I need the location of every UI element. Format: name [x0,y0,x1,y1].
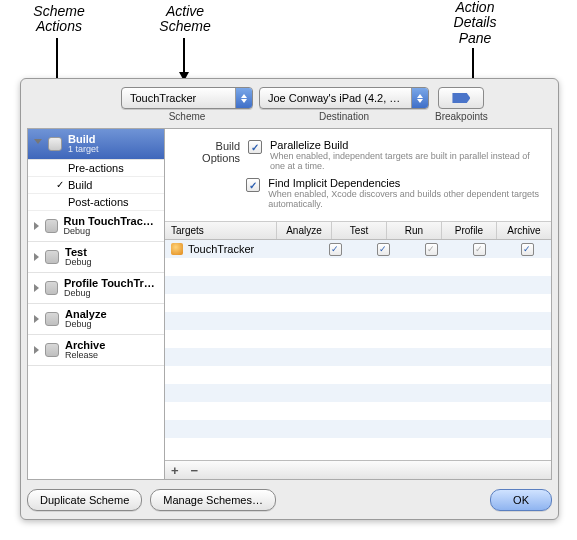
callout-scheme-actions: Scheme Actions [24,4,94,35]
destination-popup-label: Joe Conway's iPad (4.2, over… [260,92,411,104]
scheme-caption: Scheme [169,111,206,122]
app-target-icon [171,243,183,255]
subaction-pre[interactable]: Pre-actions [28,160,164,177]
breakpoints-toggle[interactable] [438,87,484,109]
arrow-active-scheme [183,38,185,80]
archive-icon [45,343,59,357]
duplicate-scheme-button[interactable]: Duplicate Scheme [27,489,142,511]
destination-popup[interactable]: Joe Conway's iPad (4.2, over… [259,87,429,109]
subaction-post[interactable]: Post-actions [28,194,164,211]
col-targets[interactable]: Targets [165,222,277,239]
col-test[interactable]: Test [332,222,387,239]
disclosure-triangle-icon[interactable] [34,346,39,354]
parallelize-desc: When enabled, independent targets are bu… [270,151,541,171]
table-row[interactable]: TouchTracker ✓ ✓ ✓ ✓ ✓ [165,240,551,258]
disclosure-triangle-icon[interactable] [34,284,39,292]
build-icon [48,137,62,151]
action-run[interactable]: Run TouchTracker…Debug [28,211,164,242]
disclosure-triangle-icon[interactable] [34,253,39,261]
targets-table-body: TouchTracker ✓ ✓ ✓ ✓ ✓ [165,240,551,460]
analyze-icon [45,312,59,326]
scheme-actions-sidebar: Build1 target Pre-actions ✓Build Post-ac… [27,128,164,480]
test-icon [45,250,59,264]
analyze-checkbox[interactable]: ✓ [329,243,342,256]
manage-schemes-button[interactable]: Manage Schemes… [150,489,276,511]
action-details-pane: Build Options Parallelize Build When ena… [164,128,552,480]
destination-caption: Destination [319,111,369,122]
col-analyze[interactable]: Analyze [277,222,332,239]
check-icon: ✓ [56,179,64,190]
profile-checkbox[interactable]: ✓ [473,243,486,256]
implicit-deps-title: Find Implicit Dependencies [268,177,541,189]
action-archive[interactable]: ArchiveRelease [28,335,164,366]
breakpoints-caption: Breakpoints [435,111,488,122]
add-remove-bar: + − [165,460,551,479]
add-button[interactable]: + [171,463,179,478]
col-run[interactable]: Run [387,222,442,239]
stepper-icon [235,88,252,108]
profile-icon [45,281,58,295]
scheme-popup-label: TouchTracker [122,92,235,104]
target-name: TouchTracker [188,243,254,255]
action-profile[interactable]: Profile TouchTrac…Debug [28,273,164,304]
action-test[interactable]: TestDebug [28,242,164,273]
callout-active-scheme: Active Scheme [150,4,220,35]
subaction-build[interactable]: ✓Build [28,177,164,194]
build-options-label: Build Options [175,139,240,164]
action-build[interactable]: Build1 target [28,129,164,160]
scheme-editor-sheet: TouchTracker Scheme Joe Conway's iPad (4… [20,78,559,520]
parallelize-title: Parallelize Build [270,139,541,151]
toolbar: TouchTracker Scheme Joe Conway's iPad (4… [21,79,558,126]
run-icon [45,219,58,233]
disclosure-triangle-icon[interactable] [34,222,39,230]
col-profile[interactable]: Profile [442,222,497,239]
build-subactions: Pre-actions ✓Build Post-actions [28,160,164,211]
disclosure-triangle-icon[interactable] [34,315,39,323]
targets-table-header: Targets Analyze Test Run Profile Archive [165,221,551,240]
action-analyze[interactable]: AnalyzeDebug [28,304,164,335]
ok-button[interactable]: OK [490,489,552,511]
scheme-popup[interactable]: TouchTracker [121,87,253,109]
implicit-deps-checkbox[interactable] [246,178,260,192]
disclosure-triangle-icon[interactable] [34,139,42,148]
run-checkbox[interactable]: ✓ [425,243,438,256]
implicit-deps-desc: When enabled, Xcode discovers and builds… [268,189,541,209]
parallelize-checkbox[interactable] [248,140,262,154]
archive-checkbox[interactable]: ✓ [521,243,534,256]
stepper-icon [411,88,428,108]
remove-button[interactable]: − [191,463,199,478]
breakpoint-icon [452,93,470,103]
callout-action-details: Action Details Pane [440,0,510,46]
test-checkbox[interactable]: ✓ [377,243,390,256]
col-archive[interactable]: Archive [497,222,551,239]
